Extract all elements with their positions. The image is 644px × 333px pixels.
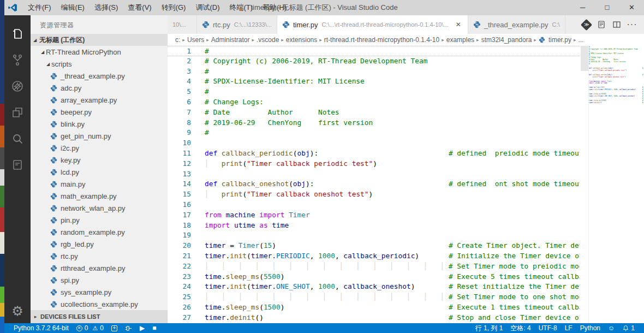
indentation[interactable]: 空格: 4 xyxy=(506,323,534,333)
line-number: 19 xyxy=(168,230,191,241)
devices-section-header[interactable]: ▸ DEVICES FILES LIST xyxy=(31,310,168,323)
editor-scrollbar[interactable] xyxy=(581,46,588,71)
code-line: 8# 2019-06-29 ChenYong first version xyxy=(168,118,580,128)
python-interpreter[interactable]: Python 3.7.2 64-bit xyxy=(10,323,73,333)
tree-file[interactable]: adc.py xyxy=(31,82,168,94)
menu-item[interactable]: 调试(D) xyxy=(190,0,224,15)
tree-file[interactable]: ucollections_example.py xyxy=(31,298,168,310)
tree-file[interactable]: math_example.py xyxy=(31,190,168,202)
tree-file[interactable]: pin.py xyxy=(31,214,168,226)
vscode-window: 文件(F)编辑(E)选择(S)查看(V)转到(G)调试(D)终端(T)帮助(H)… xyxy=(0,0,644,333)
encoding[interactable]: UTF-8 xyxy=(535,323,561,333)
menu-item[interactable]: 文件(F) xyxy=(23,0,56,15)
minimize-button[interactable]: ─ xyxy=(570,0,595,15)
tree-file[interactable]: network_wlan_ap.py xyxy=(31,202,168,214)
python-file-icon xyxy=(50,241,57,248)
language-mode[interactable]: Python xyxy=(576,323,604,333)
notifications-bell[interactable]: 1 xyxy=(618,323,639,333)
explorer-title: 资源管理器 xyxy=(31,15,168,34)
code-line: 10 xyxy=(168,138,580,148)
extensions-icon[interactable] xyxy=(4,99,31,126)
debug-icon[interactable] xyxy=(4,73,31,99)
tree-file[interactable]: key.py xyxy=(31,154,168,166)
line-number: 26 xyxy=(168,302,191,313)
download-icon[interactable]: + xyxy=(108,323,121,333)
tab-_thread_example.py[interactable]: _thread_example.pyC:\ xyxy=(468,15,565,34)
python-file-icon xyxy=(282,21,290,28)
breadcrumb-file[interactable]: timer.py xyxy=(547,36,573,44)
tree-file[interactable]: main.py xyxy=(31,178,168,190)
workspace-label: 无标题 (工作区) xyxy=(39,35,85,45)
rt-thread-view-icon[interactable] xyxy=(4,152,31,178)
tree-file[interactable]: array_example.py xyxy=(31,94,168,106)
code-editor[interactable]: 1#2# Copyright (c) 2006-2019, RT-Thread … xyxy=(168,46,644,323)
tab-timer.py[interactable]: timer.pyC:\...\rt-thread.rt-thread-micro… xyxy=(277,15,468,34)
run-icon[interactable]: ▶ xyxy=(136,323,148,333)
breadcrumb-item[interactable]: rt-thread.rt-thread-micropython-0.1.4-10 xyxy=(323,36,440,44)
breadcrumb-item[interactable]: examples xyxy=(445,36,475,44)
eol-sequence[interactable]: LF xyxy=(561,323,576,333)
explorer-icon[interactable] xyxy=(4,21,31,47)
tree-file[interactable]: blink.py xyxy=(31,118,168,130)
code-line: 6# Change Logs: xyxy=(168,97,580,108)
code-line: 4# SPDX-License-Identifier: MIT License xyxy=(168,76,580,87)
menu-item[interactable]: 编辑(E) xyxy=(56,0,90,15)
close-button[interactable]: ✕ xyxy=(619,0,644,15)
code-line: 13 xyxy=(168,169,580,180)
tree-file[interactable]: spi.py xyxy=(31,274,168,286)
tree-file[interactable]: beeper.py xyxy=(31,106,168,118)
tree-file[interactable]: sys_example.py xyxy=(31,286,168,298)
tree-file[interactable]: rgb_led.py xyxy=(31,238,168,250)
chevron-right-icon: ▸ xyxy=(475,37,480,43)
tree-folder[interactable]: ◢scripts xyxy=(31,58,168,70)
problems-indicator[interactable]: ✕ 0 ⚠ 0 xyxy=(73,323,108,333)
tree-file[interactable]: get_pin_num.py xyxy=(31,130,168,142)
breadcrumb-item[interactable]: stm32l4_pandora xyxy=(480,36,533,44)
source-control-icon[interactable] xyxy=(4,47,31,73)
feedback-smiley-icon[interactable]: ☺ xyxy=(604,323,618,333)
tree-file[interactable]: rtc.py xyxy=(31,250,168,262)
code-line: 7# Date Author Notes xyxy=(168,108,580,118)
desktop-fragment xyxy=(0,303,4,317)
menu-item[interactable]: 选择(S) xyxy=(90,0,123,15)
cursor-position[interactable]: 行 1, 列 1 xyxy=(472,323,507,333)
breadcrumb-item[interactable]: Administrator xyxy=(210,36,251,44)
maximize-button[interactable]: □ xyxy=(595,0,619,15)
chevron-expanded-icon: ◢ xyxy=(31,38,39,43)
python-file-icon xyxy=(50,145,57,152)
tree-file[interactable]: i2c.py xyxy=(31,142,168,154)
tree-file[interactable]: _thread_example.py xyxy=(31,70,168,82)
rt-thread-run-icon[interactable]: ≫ xyxy=(579,17,594,32)
tree-file[interactable]: random_example.py xyxy=(31,226,168,238)
line-number: 21 xyxy=(168,251,191,261)
tab-rtc.py[interactable]: rtc.pyC:\...\12333\... xyxy=(197,15,277,34)
workspace-section-header[interactable]: ◢ 无标题 (工作区) xyxy=(31,34,168,46)
python-file-icon xyxy=(50,73,57,80)
desktop-fragment xyxy=(0,126,4,147)
breadcrumb-tail[interactable]: ... xyxy=(577,36,585,44)
desktop-fragment xyxy=(0,169,4,186)
menu-item[interactable]: 转到(G) xyxy=(157,0,191,15)
close-tab-icon[interactable]: ✕ xyxy=(454,21,463,28)
gear-icon[interactable]: ⚙ xyxy=(4,304,31,319)
tab-10...[interactable]: 10\... xyxy=(168,15,197,34)
search-icon[interactable] xyxy=(4,126,31,152)
menu-item[interactable]: 查看(V) xyxy=(123,0,156,15)
breadcrumb-item[interactable]: c: xyxy=(174,36,181,44)
stop-icon[interactable]: ■ xyxy=(148,323,160,333)
breadcrumb-item[interactable]: extensions xyxy=(285,36,318,44)
code-line: 25│ │ │ │ │ │ │ │ │ │ │ │ │ │ │ # Set Ti… xyxy=(168,292,580,302)
split-editor-icon[interactable] xyxy=(609,17,624,32)
breadcrumb-item[interactable]: Users xyxy=(186,36,205,44)
preview-icon[interactable] xyxy=(594,17,609,32)
tree-file[interactable]: rtthread_example.py xyxy=(31,262,168,274)
line-number: 1 xyxy=(168,46,191,56)
code-line: 16 xyxy=(168,200,580,210)
minimap[interactable]: ## Copyright (c) 2006-2019, RT-Thread De… xyxy=(588,46,644,323)
tree-file[interactable]: lcd.py xyxy=(31,166,168,178)
connect-icon[interactable] xyxy=(121,323,136,333)
tree-folder[interactable]: ◢RT-Thread MicroPython xyxy=(31,46,168,58)
breadcrumb-item[interactable]: .vscode xyxy=(255,36,280,44)
more-actions-icon[interactable]: ··· xyxy=(624,17,640,32)
code-line: 22│ │ │ │ │ │ │ │ │ │ │ │ │ │ │ # Set Ti… xyxy=(168,261,580,272)
